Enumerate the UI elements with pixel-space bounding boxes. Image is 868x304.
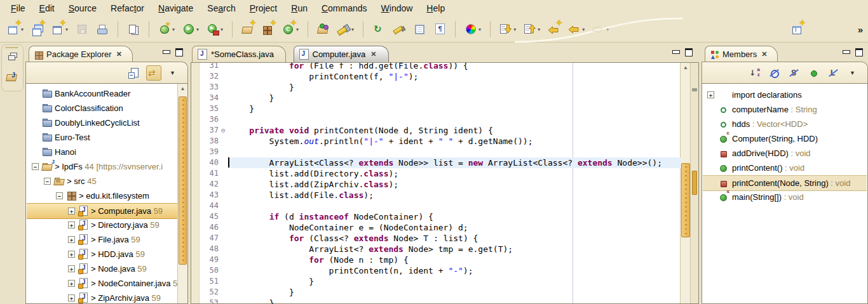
- restore-view-button[interactable]: [6, 51, 20, 65]
- expand-icon[interactable]: +: [68, 265, 75, 272]
- hide-static-button[interactable]: S: [787, 65, 802, 81]
- scrollbar-thumb[interactable]: [179, 96, 187, 265]
- view-menu-button[interactable]: ▼: [846, 65, 861, 81]
- toolbar-overflow-chevron[interactable]: »: [858, 24, 863, 35]
- dropdown-arrow-icon[interactable]: ▾: [478, 27, 481, 32]
- last-edit-location-button[interactable]: ✦: [545, 20, 564, 38]
- tree-item-doublylinkedcycliclist[interactable]: DoublyLinkedCyclicList: [27, 116, 177, 130]
- scroll-up-arrow-icon[interactable]: ▲: [681, 63, 691, 72]
- minimize-icon[interactable]: [163, 50, 170, 54]
- minimize-icon[interactable]: [843, 50, 850, 54]
- open-perspective-button[interactable]: ✦: [788, 20, 807, 38]
- color-palette-button[interactable]: ▾: [461, 20, 484, 38]
- member-item-main-string-[interactable]: smain(String[]) : void: [703, 190, 867, 204]
- expand-icon[interactable]: +: [707, 91, 714, 98]
- search-button[interactable]: ▾: [334, 20, 357, 38]
- expand-icon[interactable]: +: [68, 208, 75, 215]
- dropdown-arrow-icon[interactable]: ▾: [351, 27, 354, 32]
- show-whitespace-button[interactable]: ¶: [430, 20, 449, 38]
- print-button[interactable]: [93, 20, 112, 38]
- tree-item-hdd-java[interactable]: +J> HDD.java 59: [27, 247, 177, 261]
- overview-marker[interactable]: [692, 171, 697, 195]
- new-view-button[interactable]: ✦▾: [48, 20, 71, 38]
- dropdown-arrow-icon[interactable]: ▾: [172, 27, 175, 32]
- new-button[interactable]: ✦▾: [4, 20, 27, 38]
- expand-icon[interactable]: +: [68, 221, 75, 228]
- tree-item-euro-test[interactable]: Euro-Test: [27, 130, 177, 145]
- menu-window[interactable]: Window: [374, 1, 420, 15]
- copy-view-button[interactable]: [124, 20, 143, 38]
- menu-run[interactable]: Run: [284, 1, 315, 15]
- menu-source[interactable]: Source: [62, 1, 104, 15]
- external-tools-button[interactable]: ▶▾: [203, 20, 226, 38]
- dropdown-arrow-icon[interactable]: ▾: [582, 27, 585, 32]
- dropdown-arrow-icon[interactable]: ▾: [606, 27, 609, 32]
- expand-icon[interactable]: +: [68, 236, 75, 243]
- overview-ruler[interactable]: [690, 63, 698, 303]
- menu-file[interactable]: File: [4, 1, 32, 15]
- expand-icon[interactable]: +: [68, 280, 75, 287]
- sort-button[interactable]: ↓az: [747, 65, 763, 81]
- editor-tab-computer-java[interactable]: JComputer.java✕: [294, 46, 389, 62]
- tree-item-src[interactable]: −> src 45: [27, 174, 177, 188]
- menu-help[interactable]: Help: [419, 1, 452, 15]
- maximize-icon[interactable]: [175, 48, 183, 56]
- collapse-icon[interactable]: −: [56, 192, 63, 199]
- member-item-printcontent-node-string-[interactable]: printContent(Node, String) : void: [703, 175, 867, 191]
- tree-item-ziparchiv-java[interactable]: +J> ZipArchiv.java 59: [27, 291, 177, 304]
- scrollbar-thumb[interactable]: [681, 163, 690, 237]
- dropdown-arrow-icon[interactable]: ▾: [538, 27, 540, 32]
- debug-button[interactable]: ✦▾: [155, 20, 178, 38]
- new-package-button[interactable]: ✦: [259, 20, 278, 38]
- new-java-project-button[interactable]: ✦: [238, 20, 257, 38]
- menu-edit[interactable]: Edit: [32, 1, 62, 15]
- forward-button[interactable]: ▾: [589, 20, 612, 38]
- java-perspective-button[interactable]: J: [6, 70, 20, 84]
- fastbar-drag-handle[interactable]: [5, 47, 18, 48]
- tree-item-hanoi[interactable]: Hanoi: [27, 145, 177, 159]
- link-with-editor-button[interactable]: ⇄: [146, 65, 161, 81]
- tree-item-colorclassification[interactable]: ColorClassification: [27, 101, 177, 116]
- menu-commands[interactable]: Commands: [315, 1, 374, 15]
- close-icon[interactable]: ✕: [761, 50, 767, 58]
- expand-icon[interactable]: +: [68, 294, 75, 301]
- editor-scrollbar[interactable]: ▲: [680, 63, 691, 303]
- show-selected-element-button[interactable]: [410, 20, 429, 38]
- hide-local-types-button[interactable]: L: [826, 65, 841, 81]
- close-icon[interactable]: ✕: [370, 50, 376, 58]
- tree-item-computer-java[interactable]: +J> Computer.java 59: [27, 203, 177, 219]
- fold-collapse-icon[interactable]: ⊖: [221, 125, 229, 136]
- code-editor[interactable]: ▲ 31 for (File f : hdd.get(File.class)) …: [191, 62, 699, 304]
- dropdown-arrow-icon[interactable]: ▾: [196, 27, 199, 32]
- show-public-button[interactable]: [806, 65, 822, 81]
- menu-project[interactable]: Project: [243, 1, 285, 15]
- run-button[interactable]: ▶▾: [179, 20, 202, 38]
- new-class-button[interactable]: C✦▾: [279, 20, 302, 38]
- tree-item-ipdfs[interactable]: −J> IpdFs 44 [https://svnserver.i: [27, 159, 177, 174]
- mark-occurrences-button[interactable]: [390, 20, 409, 38]
- collapse-all-button[interactable]: −: [126, 65, 142, 81]
- tree-item-nodecontainer-java[interactable]: +J> NodeContainer.java 59: [27, 276, 177, 291]
- dropdown-arrow-icon[interactable]: ▾: [513, 27, 516, 32]
- new-editor-button[interactable]: ✦: [28, 20, 47, 38]
- next-annotation-button[interactable]: ▾: [496, 20, 519, 38]
- tree-item-directory-java[interactable]: +J> Directory.java 59: [27, 218, 177, 232]
- tree-item-edu-kit-filesystem[interactable]: −> edu.kit.filesystem: [27, 188, 177, 203]
- member-item-import-declarations[interactable]: +import declarations: [703, 88, 867, 102]
- hide-fields-button[interactable]: [767, 65, 782, 81]
- tree-item-file-java[interactable]: +J> File.java 59: [27, 232, 177, 247]
- package-explorer-scrollbar[interactable]: ▲: [177, 84, 187, 303]
- editor-tab--someclass-java[interactable]: J*SomeClass.java: [192, 46, 286, 62]
- menu-refactor[interactable]: Refactor: [104, 1, 151, 15]
- collapse-icon[interactable]: −: [32, 163, 39, 170]
- relaunch-button[interactable]: ↻: [369, 20, 388, 38]
- close-icon[interactable]: ✕: [116, 50, 122, 58]
- dropdown-arrow-icon[interactable]: ▾: [220, 27, 223, 32]
- member-item-printcontent-[interactable]: printContent() : void: [703, 161, 867, 175]
- overview-marker[interactable]: [692, 88, 697, 91]
- member-item-adddrive-hdd-[interactable]: addDrive(HDD) : void: [703, 146, 867, 161]
- collapse-icon[interactable]: −: [44, 178, 51, 185]
- maximize-icon[interactable]: [685, 48, 693, 56]
- members-tab[interactable]: Members ✕: [705, 46, 778, 62]
- expand-icon[interactable]: +: [68, 251, 75, 258]
